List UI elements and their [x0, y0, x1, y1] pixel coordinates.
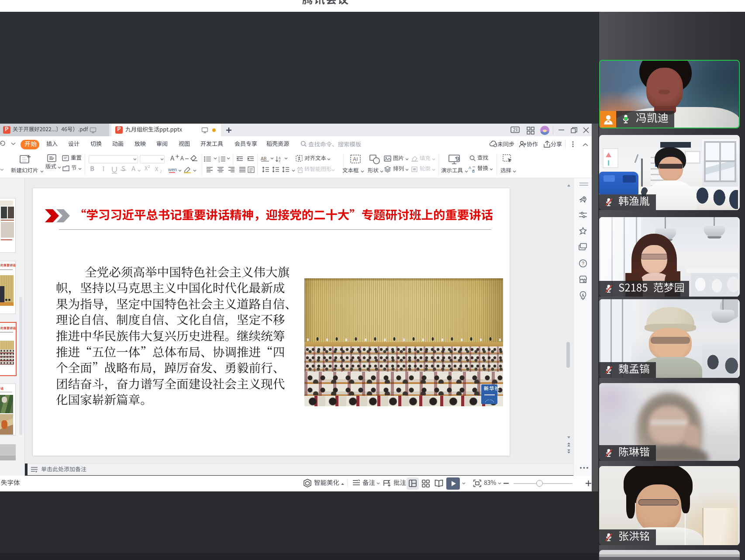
svg-text:AB: AB [261, 156, 267, 161]
svg-text:Z: Z [279, 159, 281, 162]
svg-text:A: A [469, 166, 471, 170]
svg-text:A: A [279, 156, 281, 159]
svg-text:?: ? [582, 261, 584, 266]
svg-text:B: B [472, 169, 475, 173]
svg-text:wen: wen [168, 167, 177, 172]
svg-text:3: 3 [218, 160, 220, 163]
svg-text:2: 2 [513, 128, 516, 132]
svg-text:A: A [353, 156, 356, 162]
